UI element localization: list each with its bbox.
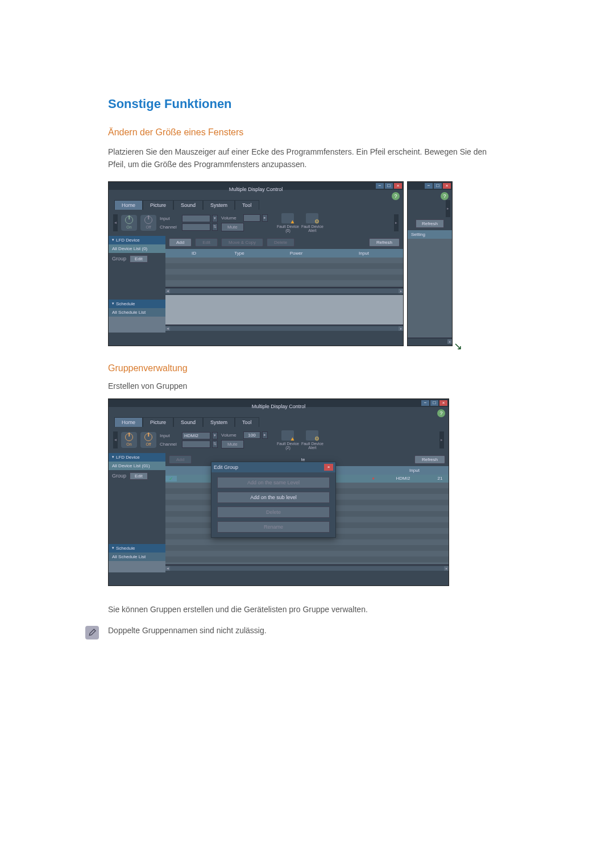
minimize-button[interactable]: −	[376, 183, 384, 189]
add-sub-level-button[interactable]: Add on the sub level	[217, 492, 330, 503]
toolbar: ◄ On Off Input ▾ Channel ⇅	[109, 210, 403, 236]
mute-button[interactable]: Mute	[221, 223, 244, 231]
close-button[interactable]: ×	[394, 183, 402, 189]
scroll-right-icon[interactable]: ▸	[399, 326, 403, 331]
minimize-button[interactable]: −	[421, 400, 429, 406]
channel-input[interactable]	[182, 223, 210, 231]
sidebar-all-schedule-list[interactable]: All Schedule List	[109, 308, 165, 317]
fault-device-warning-icon[interactable]	[281, 430, 294, 441]
horizontal-scrollbar[interactable]: ▸	[408, 338, 452, 346]
fault-alert-label: Fault Device	[301, 442, 323, 446]
window-title: Multiple Display Control	[229, 186, 283, 192]
th-checkbox[interactable]	[165, 249, 177, 258]
dropdown-arrow-icon[interactable]: ▾	[212, 432, 218, 439]
volume-value[interactable]	[243, 214, 260, 222]
sidebar-group-label: Group	[112, 473, 126, 479]
tab-tool[interactable]: Tool	[235, 417, 259, 427]
tab-system[interactable]: System	[203, 200, 235, 210]
scroll-right-icon[interactable]: ▸	[444, 566, 449, 571]
dropdown-arrow-icon[interactable]: ▾	[212, 215, 218, 222]
th-checkbox[interactable]	[165, 466, 177, 475]
volume-stepper[interactable]: ▸	[262, 214, 268, 222]
tab-home[interactable]: Home	[114, 417, 143, 427]
tab-sound[interactable]: Sound	[173, 200, 203, 210]
sidebar-all-device-list[interactable]: All Device List (0)	[109, 244, 165, 253]
input-dropdown[interactable]	[182, 215, 210, 222]
dialog-close-button[interactable]: ×	[324, 464, 333, 471]
refresh-button[interactable]: Refresh	[369, 238, 400, 247]
scroll-left-icon[interactable]: ◄	[165, 326, 170, 331]
titlebar: − □ ×	[408, 182, 452, 190]
power-off-label: Off	[146, 442, 151, 446]
help-icon[interactable]: ?	[392, 192, 400, 200]
note-row: Doppelte Gruppennamen sind nicht zulässi…	[108, 626, 506, 639]
note-text: Doppelte Gruppennamen sind nicht zulässi…	[108, 626, 267, 635]
volume-value[interactable]: 100	[243, 431, 260, 439]
sidebar-edit-button[interactable]: Edit	[130, 472, 148, 480]
help-icon[interactable]: ?	[437, 409, 445, 417]
fault-device-count: (2)	[285, 446, 291, 450]
next-arrow-icon[interactable]: ▸	[394, 214, 399, 231]
subsection-groups-title: Gruppenverwaltung	[108, 363, 506, 373]
fault-device-warning-icon[interactable]	[281, 213, 294, 223]
window-title: Multiple Display Control	[252, 404, 306, 409]
maximize-button[interactable]: □	[430, 400, 438, 406]
move-copy-button: Move & Copy	[221, 238, 263, 247]
tab-tool[interactable]: Tool	[235, 200, 259, 210]
sidebar-schedule-header[interactable]: Schedule	[109, 300, 165, 308]
sidebar-lfd-header[interactable]: LFD Device	[109, 453, 165, 462]
scroll-right-icon[interactable]: ▸	[399, 289, 403, 293]
power-on-button[interactable]: On	[121, 432, 137, 448]
titlebar: Multiple Display Control − □ ×	[109, 399, 449, 407]
sidebar-lfd-header[interactable]: LFD Device	[109, 236, 165, 244]
sidebar-edit-button[interactable]: Edit	[130, 255, 148, 263]
maximize-button[interactable]: □	[434, 183, 442, 189]
sidebar-schedule-header[interactable]: Schedule	[109, 544, 165, 553]
tab-picture[interactable]: Picture	[143, 200, 173, 210]
channel-input[interactable]	[182, 441, 210, 448]
row-checkbox[interactable]: ✓	[165, 476, 177, 481]
toolbar: ◄ On Off Input HDMI2 ▾ Channel ⇅	[109, 427, 449, 453]
tab-picture[interactable]: Picture	[143, 417, 173, 427]
scroll-left-icon[interactable]: ◄	[165, 566, 170, 571]
refresh-button[interactable]: Refresh	[416, 219, 444, 228]
horizontal-scrollbar-2[interactable]: ◄ ▸	[165, 325, 403, 333]
prev-arrow-icon[interactable]: ◄	[113, 431, 118, 448]
channel-stepper[interactable]: ⇅	[212, 223, 218, 231]
horizontal-scrollbar[interactable]: ◄ ▸	[165, 564, 449, 572]
channel-stepper[interactable]: ⇅	[212, 441, 218, 448]
fault-alert-gear-icon[interactable]	[306, 213, 318, 223]
input-dropdown[interactable]: HDMI2	[182, 432, 210, 439]
sidebar-all-device-list[interactable]: All Device List (01)	[109, 462, 165, 470]
power-on-button[interactable]: On	[121, 215, 137, 231]
power-off-button[interactable]: Off	[140, 215, 156, 231]
prev-arrow-icon[interactable]: ◄	[113, 214, 118, 231]
next-arrow-icon[interactable]: ▸	[446, 200, 450, 217]
power-icon	[144, 433, 152, 441]
sidebar-all-schedule-list[interactable]: All Schedule List	[109, 553, 165, 561]
add-same-level-button: Add on the same Level	[217, 477, 330, 488]
maximize-button[interactable]: □	[385, 183, 393, 189]
input-label: Input	[160, 216, 180, 221]
mute-button[interactable]: Mute	[221, 440, 244, 448]
fault-alert-gear-icon[interactable]	[306, 430, 318, 441]
row-input-value: HDMI2	[375, 476, 432, 481]
power-off-button[interactable]: Off	[140, 432, 156, 448]
close-button[interactable]: ×	[443, 183, 451, 189]
volume-stepper[interactable]: ▸	[262, 431, 268, 439]
close-button[interactable]: ×	[439, 400, 447, 406]
sidebar-group-label: Group	[112, 256, 126, 261]
minimize-button[interactable]: −	[425, 183, 433, 189]
tab-system[interactable]: System	[203, 417, 235, 427]
tab-sound[interactable]: Sound	[173, 417, 203, 427]
add-button[interactable]: Add	[169, 238, 192, 247]
refresh-button[interactable]: Refresh	[414, 455, 445, 464]
volume-label: Volume	[221, 433, 242, 438]
tab-home[interactable]: Home	[114, 200, 143, 210]
help-icon[interactable]: ?	[441, 192, 449, 200]
scroll-right-icon[interactable]: ▸	[447, 339, 452, 344]
horizontal-scrollbar[interactable]: ◄ ▸	[165, 287, 403, 295]
next-arrow-icon[interactable]: ▸	[439, 431, 444, 448]
scroll-left-icon[interactable]: ◄	[165, 289, 170, 293]
main-content: Add Edit Move & Copy Delete Refresh ID T…	[165, 236, 403, 333]
